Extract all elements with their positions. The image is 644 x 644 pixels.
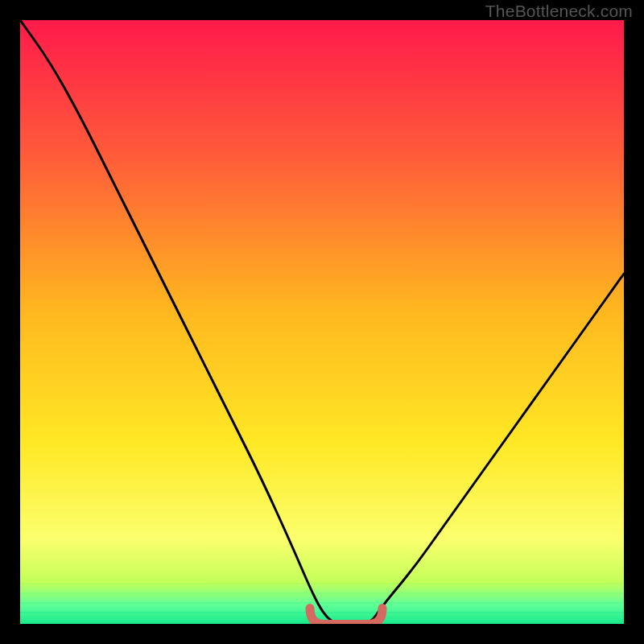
chart-svg (20, 20, 624, 624)
watermark-text: TheBottleneck.com (485, 2, 633, 21)
gradient-background (20, 20, 624, 624)
plot-area (20, 20, 624, 624)
chart-frame: TheBottleneck.com (0, 0, 644, 644)
